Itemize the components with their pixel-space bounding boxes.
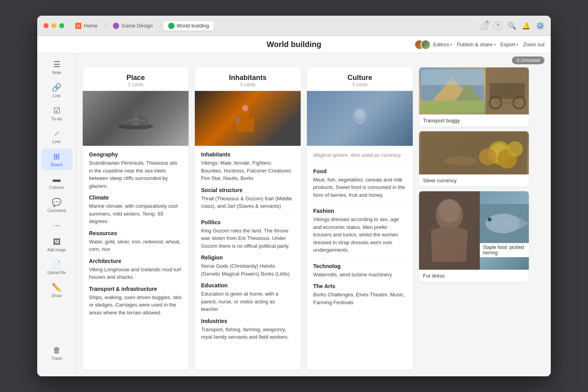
inhabitants-divider-1: [201, 214, 294, 214]
sidebar-item-comment[interactable]: 💬 Comment: [41, 194, 73, 216]
app-window: M Home / Game Design / World building ⬜ …: [37, 16, 551, 376]
sidebar-item-note[interactable]: ☰ Note: [41, 56, 73, 78]
place-card-body: Geography Scandinavian Peninsula. Theass…: [83, 146, 189, 370]
fur-image: [419, 191, 480, 270]
arts-text: Borks Challenges, Elves Theatre, Music, …: [313, 291, 407, 306]
culture-card-image: [307, 91, 413, 146]
place-geography-text: Scandinavian Peninsula. Theassus sits in…: [89, 159, 182, 190]
tab-separator-1: /: [105, 23, 106, 29]
editors-button[interactable]: Editors ▾: [433, 42, 452, 47]
settings-icon[interactable]: ⚙️: [536, 22, 544, 30]
unsorted-badge[interactable]: 0 Unsorted: [512, 56, 544, 64]
line-icon: ⟋: [53, 129, 61, 138]
place-architecture-text: Viking Longhouse and Icelandic mud turf …: [89, 266, 182, 281]
sidebar-item-trash[interactable]: 🗑 Trash: [41, 343, 73, 364]
inhabitants-card-title: Inhabitants: [201, 74, 294, 82]
export-button[interactable]: Export ▾: [501, 42, 519, 47]
sidebar-item-line[interactable]: ⟋ Line: [41, 126, 73, 147]
page-title: World building: [267, 40, 321, 49]
tab-home[interactable]: M Home: [71, 21, 102, 31]
sidebar-item-column[interactable]: ▬ Column: [41, 172, 73, 193]
fish-image: Staple food: pickled herring: [480, 191, 529, 270]
mountain-image: [419, 67, 486, 114]
place-climate-text: Marine climate, with comparatively cool …: [89, 202, 182, 225]
unsorted-bar: 0 Unsorted: [76, 53, 551, 64]
publish-chevron: ▾: [494, 42, 496, 47]
place-climate-title: Climate: [89, 194, 182, 201]
note-icon: ☰: [53, 60, 60, 69]
search-icon[interactable]: 🔍: [508, 22, 516, 30]
education-text: Education is given at home, with a paren…: [201, 290, 294, 313]
inhabitants-card-header: Inhabitants 3 cards: [195, 67, 301, 91]
inhabitants-section-text: Vikings: Male, female, Fighters: Bountie…: [201, 159, 294, 182]
social-structure-title: Social structure: [201, 187, 294, 193]
publish-share-button[interactable]: Publish & share ▾: [457, 42, 495, 47]
sidebar-item-add-image[interactable]: 🖼 Add image: [41, 234, 73, 255]
silver-currency-label: Silver currency: [419, 174, 529, 187]
fashion-text: Vikings dressed according to sex, age an…: [313, 216, 407, 254]
food-title: Food: [313, 168, 407, 174]
main-area: ☰ Note 🔗 Link ☑ To-do ⟋ Line ⊞ Board ▬ C…: [37, 53, 551, 376]
bell-icon[interactable]: 🔔: [522, 22, 530, 30]
add-image-icon: 🖼: [53, 238, 61, 247]
inhabitants-card-image: [195, 91, 301, 146]
trash-icon: 🗑: [53, 346, 61, 355]
culture-divider-1: [313, 163, 407, 163]
fur-dress-label: Fur dress: [419, 270, 529, 282]
transport-buggy-card: Transport buggy: [419, 67, 529, 127]
maximize-button[interactable]: [59, 23, 64, 28]
culture-caption: Magical sphere. Also used as currency.: [313, 151, 407, 159]
sidebar-item-more[interactable]: ···: [41, 218, 73, 233]
place-resources-text: Water, gold, silver, iron, redwood, whea…: [89, 238, 182, 253]
svg-rect-9: [421, 101, 484, 113]
inhabitants-section-title: Inhabitants: [201, 151, 294, 158]
staple-food-label: Staple food: pickled herring: [480, 243, 529, 257]
export-chevron: ▾: [516, 42, 518, 47]
fur-staple-card: Staple food: pickled herring Fur dress: [419, 191, 529, 282]
tab-game-design[interactable]: Game Design: [108, 21, 157, 31]
social-structure-text: Thrall (Theassus & Gozom) Karl (Middle c…: [201, 195, 294, 210]
traffic-lights: [44, 23, 64, 28]
board-icon: ⊞: [53, 152, 60, 161]
sidebar: ☰ Note 🔗 Link ☑ To-do ⟋ Line ⊞ Board ▬ C…: [37, 53, 76, 376]
religion-title: Religion: [201, 254, 294, 261]
titlebar-actions: ⬜ 0 ? 🔍 🔔 ⚙️: [479, 22, 544, 30]
culture-divider-2: [313, 203, 407, 203]
help-icon[interactable]: ?: [494, 22, 502, 30]
sidebar-item-draw[interactable]: ✏️ Draw: [41, 279, 73, 301]
inhabitants-card-count: 3 cards: [201, 82, 294, 87]
svg-point-29: [488, 218, 492, 221]
place-card-header: Place 2 cards: [83, 67, 189, 91]
link-icon: 🔗: [52, 83, 62, 92]
comment-icon: 💬: [52, 198, 62, 207]
minimize-button[interactable]: [51, 23, 56, 28]
zoom-out-button[interactable]: Zoom out: [523, 42, 544, 47]
culture-card-header: Culture 3 cards: [307, 67, 413, 91]
culture-card: Culture 3 cards Magical sphere. Also use…: [307, 67, 413, 370]
place-transport-text: Ships, walking, oxen driven buggies, ski…: [89, 294, 182, 317]
more-icon: ···: [53, 221, 60, 230]
culture-card-title: Culture: [313, 74, 407, 82]
svg-point-25: [438, 199, 460, 223]
tab-world-building[interactable]: World building: [163, 21, 214, 31]
inhabitants-card-body: Inhabitants Vikings: Male, female, Fight…: [195, 146, 301, 370]
world-building-tab-icon: [168, 23, 174, 29]
tab-bar: M Home / Game Design / World building: [71, 21, 479, 31]
wagon-image: [486, 67, 529, 114]
sidebar-item-board[interactable]: ⊞ Board: [41, 149, 73, 170]
silver-currency-card: Silver currency: [419, 131, 529, 187]
device-icon-wrap[interactable]: ⬜ 0: [479, 22, 488, 30]
culture-card-body: Magical sphere. Also used as currency. F…: [307, 146, 413, 370]
technology-text: Watermills, wind turbine machinery: [313, 271, 407, 279]
content-area: 0 Unsorted Place 2 cards: [76, 53, 551, 376]
place-card: Place 2 cards Geography Scandinavi: [83, 67, 189, 370]
sidebar-item-todo[interactable]: ☑ To-do: [41, 103, 73, 124]
sidebar-item-upload-file[interactable]: 📄 Upload file: [41, 257, 73, 278]
politics-title: Politics: [201, 219, 294, 225]
food-text: Meat, fish, vegetables, cereals and milk…: [313, 176, 407, 199]
sidebar-item-link[interactable]: 🔗 Link: [41, 80, 73, 101]
media-column: Transport buggy: [419, 67, 529, 370]
inhabitants-card: Inhabitants 3 cards Inhabitants: [195, 67, 301, 370]
close-button[interactable]: [44, 23, 49, 28]
home-tab-label: Home: [84, 23, 98, 29]
